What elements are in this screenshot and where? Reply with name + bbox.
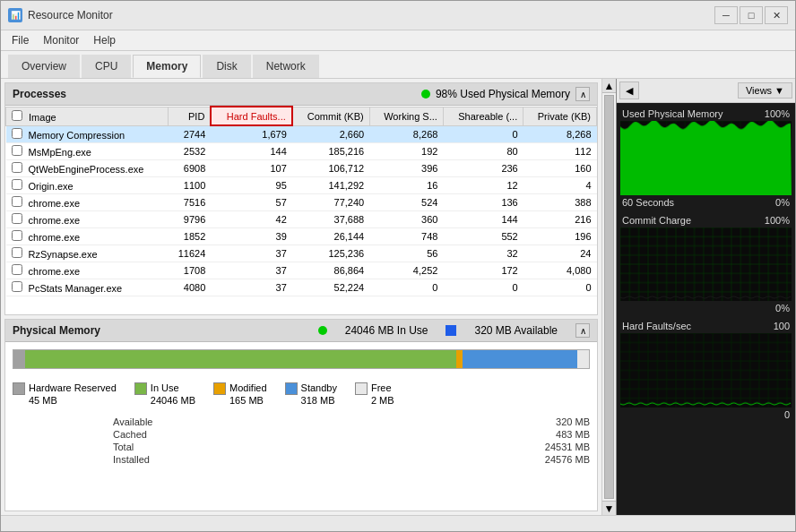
select-all-checkbox[interactable] <box>12 110 22 121</box>
minimize-button[interactable]: ─ <box>714 6 738 24</box>
row-checkbox[interactable] <box>12 196 22 207</box>
graph-hard-faults-label: Hard Faults/sec 100 <box>620 319 792 333</box>
views-button[interactable]: Views ▼ <box>738 82 792 99</box>
memory-title: Physical Memory <box>13 324 100 337</box>
processes-title: Processes <box>13 88 66 100</box>
table-row: PcStats Manager.exe 4080 37 52,224 0 0 0 <box>6 279 597 296</box>
stat-label: Cached <box>113 429 185 440</box>
menu-monitor[interactable]: Monitor <box>36 32 86 48</box>
row-checkbox[interactable] <box>12 281 22 292</box>
row-checkbox[interactable] <box>12 179 22 190</box>
stat-label: Total <box>113 442 185 452</box>
col-image[interactable]: Image <box>6 107 169 125</box>
physical-memory-section: Physical Memory 24046 MB In Use 320 MB A… <box>4 319 598 511</box>
col-commit[interactable]: Commit (KB) <box>292 107 369 125</box>
processes-table: Image PID Hard Faults... Commit (KB) Wor… <box>5 106 597 296</box>
col-shareable[interactable]: Shareable (... <box>443 107 523 125</box>
title-controls: ─ □ ✕ <box>714 6 788 24</box>
legend-item: Standby318 MB <box>285 382 337 408</box>
main-content: Processes 98% Used Physical Memory ∧ Ima… <box>1 79 795 515</box>
graph-60sec-label: 60 Seconds 0% <box>620 195 792 210</box>
graph-commit: Commit Charge 100% 0% <box>620 213 792 316</box>
legend-item: Free2 MB <box>355 382 394 408</box>
menu-file[interactable]: File <box>4 32 36 48</box>
maximize-button[interactable]: □ <box>740 6 763 24</box>
legend-text: Free2 MB <box>371 382 394 408</box>
legend-item: Hardware Reserved45 MB <box>13 382 117 408</box>
table-row: chrome.exe 1852 39 26,144 748 552 196 <box>6 227 597 245</box>
memory-available-label: 320 MB Available <box>474 324 558 337</box>
row-checkbox[interactable] <box>12 264 22 275</box>
tab-network[interactable]: Network <box>253 55 319 78</box>
close-button[interactable]: ✕ <box>765 6 788 24</box>
app-icon: 📊 <box>8 8 22 22</box>
graph-commit-label: Commit Charge 100% <box>620 213 792 227</box>
stat-label: Installed <box>113 454 185 465</box>
stat-value: 24531 MB <box>186 442 590 452</box>
memory-bar-segment <box>463 350 577 368</box>
table-row: Origin.exe 1100 95 141,292 16 12 4 <box>6 176 597 193</box>
memory-bar-segment <box>13 350 25 368</box>
memory-header: Physical Memory 24046 MB In Use 320 MB A… <box>5 320 597 342</box>
processes-collapse-button[interactable]: ∧ <box>575 87 590 101</box>
status-bar <box>1 515 795 531</box>
row-checkbox[interactable] <box>12 213 22 224</box>
views-dropdown-icon: ▼ <box>774 85 784 96</box>
row-checkbox[interactable] <box>12 145 22 156</box>
memory-bar-segment <box>25 350 457 368</box>
processes-status: 98% Used Physical Memory <box>436 88 570 100</box>
graph-panel: Used Physical Memory 100% 60 Seconds 0% … <box>617 103 795 515</box>
scroll-up-button[interactable]: ▲ <box>602 79 616 93</box>
col-pid[interactable]: PID <box>168 107 211 125</box>
stat-value: 24576 MB <box>186 454 590 465</box>
legend-item: Modified165 MB <box>213 382 267 408</box>
row-checkbox[interactable] <box>12 128 22 139</box>
tab-memory[interactable]: Memory <box>133 55 201 78</box>
table-row: chrome.exe 9796 42 37,688 360 144 216 <box>6 210 597 227</box>
menu-bar: File Monitor Help <box>1 30 795 51</box>
row-checkbox[interactable] <box>12 162 22 173</box>
col-private[interactable]: Private (KB) <box>523 107 597 125</box>
legend-color <box>13 382 25 395</box>
table-row: Memory Compression 2744 1,679 2,660 8,26… <box>6 125 597 142</box>
left-panel: Processes 98% Used Physical Memory ∧ Ima… <box>1 79 601 515</box>
scroll-thumb[interactable] <box>604 95 614 499</box>
graph-commit-bottom: 0% <box>620 301 792 315</box>
stat-value: 483 MB <box>186 429 590 440</box>
stat-value: 320 MB <box>186 416 590 427</box>
scroll-down-button[interactable]: ▼ <box>602 501 616 515</box>
processes-table-container[interactable]: Image PID Hard Faults... Commit (KB) Wor… <box>5 106 597 314</box>
graph-used-memory-label: Used Physical Memory 100% <box>620 107 792 121</box>
col-working-set[interactable]: Working S... <box>369 107 443 125</box>
graph-hard-faults: Hard Faults/sec 100 0 <box>620 319 792 422</box>
legend-text: Modified165 MB <box>229 382 267 408</box>
views-label: Views <box>746 85 772 96</box>
main-window: 📊 Resource Monitor ─ □ ✕ File Monitor He… <box>0 0 796 532</box>
legend-item: In Use24046 MB <box>134 382 195 408</box>
row-checkbox[interactable] <box>12 230 22 241</box>
memory-available-indicator <box>446 325 456 336</box>
hard-faults-canvas <box>620 333 792 408</box>
title-bar-left: 📊 Resource Monitor <box>8 8 113 22</box>
row-checkbox[interactable] <box>12 247 22 258</box>
tab-disk[interactable]: Disk <box>203 55 250 78</box>
status-indicator <box>421 90 430 99</box>
legend-text: Standby318 MB <box>301 382 337 408</box>
tab-cpu[interactable]: CPU <box>82 55 131 78</box>
tab-overview[interactable]: Overview <box>8 55 80 78</box>
tab-bar: Overview CPU Memory Disk Network <box>1 51 795 79</box>
window-title: Resource Monitor <box>28 9 113 21</box>
legend-color <box>355 382 368 395</box>
legend-color <box>285 382 298 395</box>
menu-help[interactable]: Help <box>86 32 123 48</box>
graph-hard-faults-bottom: 0 <box>620 408 792 422</box>
main-scrollbar[interactable]: ▲ ▼ <box>601 79 616 515</box>
memory-inuse-indicator <box>318 326 327 335</box>
memory-bar-segment <box>577 350 589 368</box>
commit-canvas <box>620 227 792 302</box>
processes-section: Processes 98% Used Physical Memory ∧ Ima… <box>4 82 598 315</box>
nav-back-button[interactable]: ◀ <box>619 82 639 99</box>
col-hard-faults[interactable]: Hard Faults... <box>211 107 291 125</box>
memory-bar-container <box>5 342 597 376</box>
memory-collapse-button[interactable]: ∧ <box>575 323 590 338</box>
